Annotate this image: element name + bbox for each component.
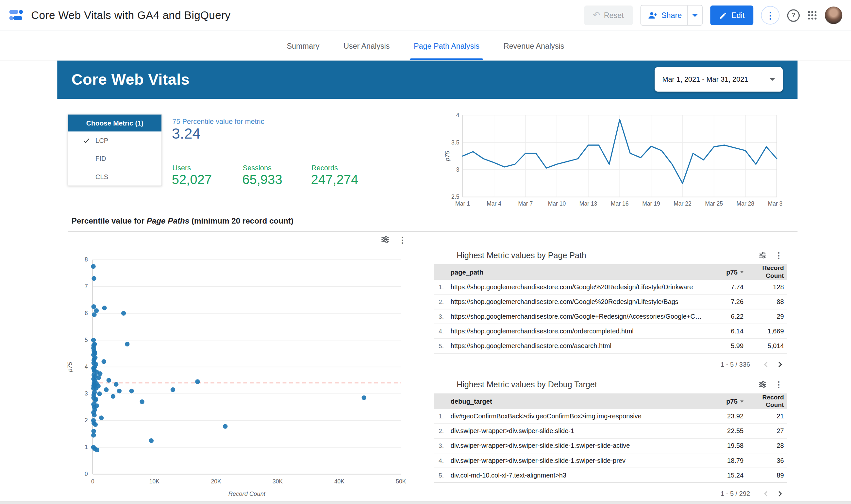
check-icon — [83, 136, 91, 144]
svg-text:Mar 22: Mar 22 — [673, 200, 691, 207]
table-menu-kebab-icon[interactable]: ⋮ — [775, 380, 783, 388]
metric-selector: Choose Metric (1) LCP FID CLS — [68, 114, 162, 186]
share-button[interactable]: Share — [640, 5, 703, 25]
metric-option-cls[interactable]: CLS — [68, 167, 161, 185]
table-controls: ⋮ — [758, 380, 787, 388]
datastudio-logo[interactable] — [9, 8, 23, 22]
metric-option-lcp[interactable]: LCP — [68, 131, 161, 149]
svg-text:7: 7 — [85, 283, 88, 290]
pagination-range: 1 - 5 / 292 — [721, 490, 750, 498]
dimension-column-header[interactable]: debug_target — [451, 397, 709, 405]
table-row[interactable]: 2.https://shop.googlemerchandisestore.co… — [434, 294, 787, 309]
row-record-count: 27 — [743, 427, 787, 435]
svg-text:Mar 7: Mar 7 — [518, 200, 533, 207]
tab-page-path-analysis[interactable]: Page Path Analysis — [403, 31, 490, 60]
pagination-next-button[interactable] — [773, 357, 787, 371]
datastudio-logo-icon — [9, 8, 23, 22]
svg-text:1: 1 — [85, 444, 88, 450]
row-index: 4. — [434, 457, 451, 464]
row-record-count: 5,014 — [743, 342, 787, 350]
pagination-prev-button[interactable] — [759, 357, 773, 371]
help-icon[interactable]: ? — [787, 9, 800, 22]
table-filter-tune-icon[interactable] — [758, 251, 766, 259]
metric-option-label: CLS — [95, 173, 108, 180]
tab-label: Summary — [287, 41, 319, 50]
svg-text:0: 0 — [85, 471, 88, 477]
svg-text:Mar 19: Mar 19 — [642, 200, 660, 207]
dimension-column-header[interactable]: page_path — [451, 268, 709, 275]
tab-revenue-analysis[interactable]: Revenue Analysis — [493, 31, 575, 60]
share-dropdown-caret[interactable] — [687, 5, 702, 25]
caret-down-icon — [692, 14, 698, 17]
table-row[interactable]: 5.https://shop.googlemerchandisestore.co… — [434, 339, 787, 354]
tab-label: Revenue Analysis — [504, 41, 564, 50]
table-menu-kebab-icon[interactable]: ⋮ — [775, 251, 783, 259]
count-column-header[interactable]: Record Count — [743, 265, 787, 279]
count-column-header[interactable]: Record Count — [743, 394, 787, 409]
page-bottom-strip — [0, 501, 851, 504]
page-path-table: Highest Metric values by Page Path ⋮ pag… — [434, 247, 787, 375]
page-path-scatter-chart[interactable]: 012345678010K20K30K40K50KRecord Countp75 — [65, 235, 409, 501]
tab-user-analysis[interactable]: User Analysis — [333, 31, 400, 60]
svg-text:3.5: 3.5 — [451, 139, 459, 146]
section-divider — [68, 231, 797, 232]
reset-button[interactable]: ↶ Reset — [584, 5, 633, 25]
table-pagination: 1 - 5 / 336 — [434, 354, 787, 376]
kebab-icon: ⋮ — [766, 10, 775, 21]
pagination-next-button[interactable] — [773, 487, 787, 501]
app-header: Core Web Vitals with GA4 and BigQuery ↶ … — [0, 0, 851, 31]
scatter-section-title: Percentile value for Page Paths (minimum… — [72, 217, 293, 226]
section-title-suffix: (minimum 20 record count) — [189, 217, 293, 226]
row-p75-value: 19.58 — [708, 442, 743, 449]
report-tabbar: Summary User Analysis Page Path Analysis… — [0, 31, 851, 60]
svg-text:5: 5 — [85, 337, 88, 343]
users-scorecard-value: 52,027 — [172, 172, 212, 187]
person-add-icon — [647, 11, 657, 20]
report-banner: Core Web Vitals Mar 1, 2021 - Mar 31, 20… — [57, 60, 797, 99]
date-range-picker[interactable]: Mar 1, 2021 - Mar 31, 2021 — [655, 67, 783, 91]
svg-text:4: 4 — [456, 112, 459, 118]
table-row[interactable]: 3.https://shop.googlemerchandisestore.co… — [434, 309, 787, 324]
svg-text:2: 2 — [85, 417, 88, 424]
row-record-count: 29 — [743, 312, 787, 320]
avatar[interactable] — [825, 6, 842, 24]
p75-scorecard-value: 3.24 — [172, 126, 201, 143]
tab-label: Page Path Analysis — [414, 41, 479, 50]
tab-summary[interactable]: Summary — [276, 31, 330, 60]
metric-column-header[interactable]: p75 — [708, 397, 743, 405]
more-options-button[interactable]: ⋮ — [761, 6, 780, 24]
table-header-row: page_path p75 Record Count — [434, 264, 787, 280]
pagination-prev-button[interactable] — [759, 487, 773, 501]
metric-option-label: FID — [95, 155, 106, 162]
trend-chart-svg: Mar 1Mar 4Mar 7Mar 10Mar 13Mar 16Mar 19M… — [443, 111, 782, 212]
table-row[interactable]: 1.https://shop.googlemerchandisestore.co… — [434, 280, 787, 294]
row-index: 2. — [434, 299, 451, 305]
svg-text:Record Count: Record Count — [229, 490, 266, 497]
reset-label: Reset — [604, 11, 624, 20]
svg-text:3: 3 — [85, 390, 88, 397]
table-row[interactable]: 4.https://shop.googlemerchandisestore.co… — [434, 324, 787, 339]
p75-trend-chart[interactable]: Mar 1Mar 4Mar 7Mar 10Mar 13Mar 16Mar 19M… — [443, 111, 782, 212]
share-main[interactable]: Share — [641, 5, 687, 25]
edit-button[interactable]: Edit — [710, 5, 753, 25]
row-index: 1. — [434, 413, 451, 420]
sessions-scorecard-value: 65,933 — [242, 172, 282, 187]
records-scorecard-value: 247,274 — [311, 172, 358, 187]
metric-column-header[interactable]: p75 — [708, 268, 743, 275]
svg-text:Mar 28: Mar 28 — [737, 200, 755, 207]
row-record-count: 1,669 — [743, 327, 787, 335]
table-row[interactable]: 3.div.swiper-wrapper>div.swiper-slide.sl… — [434, 439, 787, 453]
table-row[interactable]: 1.div#geoConfirmBoxBack>div.geoConfirmBo… — [434, 409, 787, 424]
metric-header-label: p75 — [726, 268, 738, 275]
row-record-count: 89 — [743, 471, 787, 479]
table-row[interactable]: 5.div.col-md-10.col-xl-7.text-alignment>… — [434, 468, 787, 483]
metric-header-label: p75 — [726, 397, 738, 405]
row-index: 2. — [434, 428, 451, 434]
svg-text:20K: 20K — [211, 478, 221, 485]
table-row[interactable]: 4.div.swiper-wrapper>div.swiper-slide.sl… — [434, 453, 787, 468]
table-filter-tune-icon[interactable] — [758, 380, 766, 388]
metric-option-fid[interactable]: FID — [68, 149, 161, 167]
sessions-scorecard-label: Sessions — [243, 164, 272, 172]
apps-grid-icon[interactable] — [807, 11, 817, 20]
table-row[interactable]: 2.div.swiper-wrapper>div.swiper-slide.sl… — [434, 424, 787, 439]
